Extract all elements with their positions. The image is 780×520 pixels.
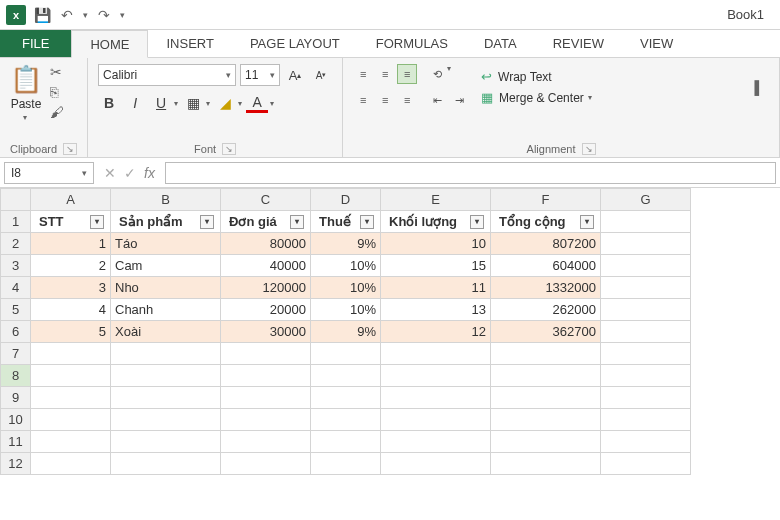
cell[interactable] bbox=[601, 277, 691, 299]
cell[interactable] bbox=[381, 365, 491, 387]
cell[interactable] bbox=[601, 387, 691, 409]
cell[interactable] bbox=[311, 387, 381, 409]
decrease-indent-button[interactable]: ⇤ bbox=[427, 90, 447, 110]
redo-icon[interactable]: ↷ bbox=[98, 7, 110, 23]
spreadsheet-grid[interactable]: A B C D E F G 1STT▾Sản phẩm▾Đơn giá▾Thuế… bbox=[0, 188, 780, 520]
tab-insert[interactable]: INSERT bbox=[148, 30, 231, 57]
cell[interactable] bbox=[31, 453, 111, 475]
row-header[interactable]: 9 bbox=[1, 387, 31, 409]
cell[interactable]: 12 bbox=[381, 321, 491, 343]
cell[interactable]: 2 bbox=[31, 255, 111, 277]
italic-button[interactable]: I bbox=[124, 92, 146, 114]
cell[interactable]: 11 bbox=[381, 277, 491, 299]
cell[interactable] bbox=[311, 365, 381, 387]
col-header[interactable]: D bbox=[311, 189, 381, 211]
cell[interactable] bbox=[601, 365, 691, 387]
tab-view[interactable]: VIEW bbox=[622, 30, 691, 57]
cell[interactable]: 10% bbox=[311, 299, 381, 321]
cell[interactable]: 15 bbox=[381, 255, 491, 277]
row-header[interactable]: 3 bbox=[1, 255, 31, 277]
cell[interactable] bbox=[311, 431, 381, 453]
chevron-down-icon[interactable]: ▾ bbox=[238, 99, 242, 108]
cell[interactable]: Khối lượng▾ bbox=[381, 211, 491, 233]
cell[interactable] bbox=[311, 453, 381, 475]
filter-dropdown-icon[interactable]: ▾ bbox=[360, 215, 374, 229]
cell[interactable] bbox=[491, 409, 601, 431]
cell[interactable] bbox=[491, 453, 601, 475]
cell[interactable]: Đơn giá▾ bbox=[221, 211, 311, 233]
cell[interactable]: 362700 bbox=[491, 321, 601, 343]
cell[interactable] bbox=[111, 409, 221, 431]
undo-icon[interactable]: ↶ bbox=[61, 7, 73, 23]
cell[interactable] bbox=[221, 365, 311, 387]
cell[interactable]: 20000 bbox=[221, 299, 311, 321]
cell[interactable] bbox=[601, 431, 691, 453]
align-right-button[interactable]: ≡ bbox=[397, 90, 417, 110]
qat-dropdown-icon[interactable]: ▾ bbox=[83, 10, 88, 20]
cell[interactable] bbox=[221, 387, 311, 409]
cell[interactable] bbox=[31, 387, 111, 409]
cell[interactable]: Chanh bbox=[111, 299, 221, 321]
align-middle-button[interactable]: ≡ bbox=[375, 64, 395, 84]
decrease-font-icon[interactable]: A▾ bbox=[310, 64, 332, 86]
chevron-down-icon[interactable]: ▾ bbox=[174, 99, 178, 108]
cell[interactable]: STT▾ bbox=[31, 211, 111, 233]
cell[interactable]: 5 bbox=[31, 321, 111, 343]
cell[interactable]: 13 bbox=[381, 299, 491, 321]
cell[interactable] bbox=[601, 409, 691, 431]
dialog-launcher-icon[interactable]: ↘ bbox=[582, 143, 596, 155]
cell[interactable]: Nho bbox=[111, 277, 221, 299]
tab-home[interactable]: HOME bbox=[71, 30, 148, 58]
row-header[interactable]: 4 bbox=[1, 277, 31, 299]
align-left-button[interactable]: ≡ bbox=[353, 90, 373, 110]
align-top-button[interactable]: ≡ bbox=[353, 64, 373, 84]
chevron-down-icon[interactable]: ▾ bbox=[206, 99, 210, 108]
chevron-down-icon[interactable]: ▾ bbox=[270, 99, 274, 108]
tab-page-layout[interactable]: PAGE LAYOUT bbox=[232, 30, 358, 57]
cut-icon[interactable]: ✂ bbox=[50, 64, 64, 80]
cell[interactable]: 1332000 bbox=[491, 277, 601, 299]
cell[interactable]: 1 bbox=[31, 233, 111, 255]
row-header[interactable]: 12 bbox=[1, 453, 31, 475]
cell[interactable] bbox=[601, 321, 691, 343]
tab-review[interactable]: REVIEW bbox=[535, 30, 622, 57]
fx-icon[interactable]: fx bbox=[144, 165, 155, 181]
cell[interactable] bbox=[381, 431, 491, 453]
font-name-combo[interactable]: Calibri ▾ bbox=[98, 64, 236, 86]
select-all-corner[interactable] bbox=[1, 189, 31, 211]
cell[interactable]: Xoài bbox=[111, 321, 221, 343]
cell[interactable]: 4 bbox=[31, 299, 111, 321]
cell[interactable] bbox=[311, 343, 381, 365]
cell[interactable]: Cam bbox=[111, 255, 221, 277]
cell[interactable] bbox=[31, 409, 111, 431]
cell[interactable]: 604000 bbox=[491, 255, 601, 277]
cell[interactable] bbox=[31, 431, 111, 453]
cell[interactable] bbox=[31, 343, 111, 365]
cell[interactable] bbox=[31, 365, 111, 387]
collapse-ribbon-icon[interactable]: ▌ bbox=[749, 64, 769, 110]
underline-button[interactable]: U bbox=[150, 92, 172, 114]
filter-dropdown-icon[interactable]: ▾ bbox=[470, 215, 484, 229]
row-header[interactable]: 6 bbox=[1, 321, 31, 343]
row-header[interactable]: 5 bbox=[1, 299, 31, 321]
row-header[interactable]: 10 bbox=[1, 409, 31, 431]
bold-button[interactable]: B bbox=[98, 92, 120, 114]
cell[interactable] bbox=[111, 365, 221, 387]
filter-dropdown-icon[interactable]: ▾ bbox=[290, 215, 304, 229]
cell[interactable]: 9% bbox=[311, 321, 381, 343]
cell[interactable] bbox=[221, 431, 311, 453]
cell[interactable] bbox=[111, 343, 221, 365]
cell[interactable] bbox=[491, 343, 601, 365]
col-header[interactable]: F bbox=[491, 189, 601, 211]
formula-input[interactable] bbox=[165, 162, 776, 184]
cell[interactable] bbox=[601, 233, 691, 255]
chevron-down-icon[interactable]: ▾ bbox=[447, 64, 451, 84]
wrap-text-button[interactable]: ↩ Wrap Text bbox=[481, 69, 592, 84]
row-header[interactable]: 2 bbox=[1, 233, 31, 255]
cell[interactable] bbox=[601, 255, 691, 277]
cell[interactable] bbox=[311, 409, 381, 431]
dialog-launcher-icon[interactable]: ↘ bbox=[63, 143, 77, 155]
cell[interactable]: 262000 bbox=[491, 299, 601, 321]
cell[interactable]: 10% bbox=[311, 277, 381, 299]
qat-dropdown-icon[interactable]: ▾ bbox=[120, 10, 125, 20]
